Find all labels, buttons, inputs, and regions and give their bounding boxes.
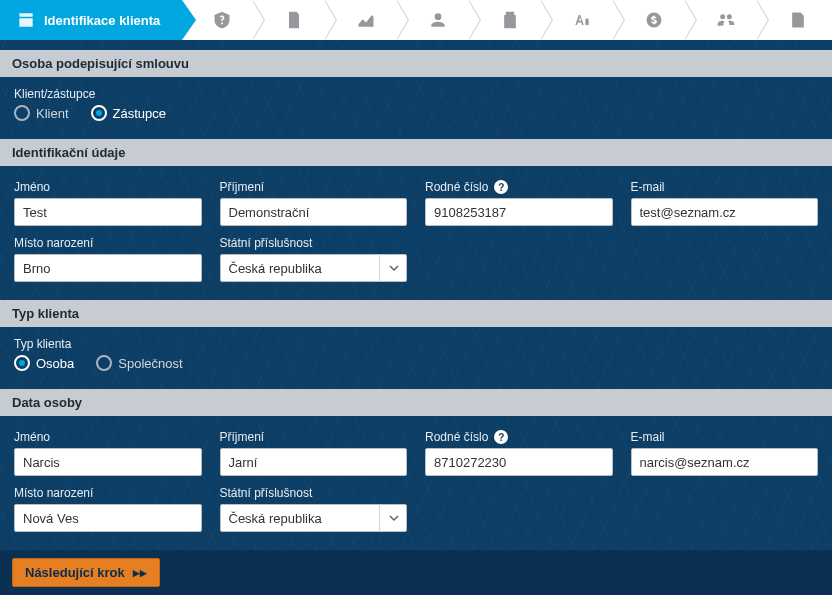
identity-rodne-label: Rodné číslo <box>425 180 488 194</box>
radio-dot-icon <box>96 355 112 371</box>
radio-zastupce[interactable]: Zástupce <box>91 105 166 121</box>
identity-misto-label: Místo narození <box>14 236 202 250</box>
help-icon[interactable]: ? <box>494 180 508 194</box>
person-misto-label: Místo narození <box>14 486 202 500</box>
identity-misto-input[interactable] <box>14 254 202 282</box>
user-icon <box>428 10 448 30</box>
id-card-icon <box>16 10 36 30</box>
radio-spolecnost[interactable]: Společnost <box>96 355 182 371</box>
question-badge-icon <box>212 10 232 30</box>
person-rodne-input[interactable] <box>425 448 613 476</box>
identity-prijmeni-label: Příjmení <box>220 180 408 194</box>
wizard-step-4[interactable] <box>326 0 398 40</box>
wizard-step-8[interactable] <box>614 0 686 40</box>
next-step-label: Následující krok <box>25 565 125 580</box>
money-icon <box>644 10 664 30</box>
signing-radio-group: Klient Zástupce <box>14 105 818 121</box>
wizard-step-identifikace[interactable]: Identifikace klienta <box>0 0 182 40</box>
wizard-step-9[interactable] <box>686 0 758 40</box>
radio-osoba[interactable]: Osoba <box>14 355 74 371</box>
person-jmeno-input[interactable] <box>14 448 202 476</box>
radio-osoba-label: Osoba <box>36 356 74 371</box>
chevron-down-icon[interactable] <box>379 504 407 532</box>
identity-stat-label: Státní příslušnost <box>220 236 408 250</box>
client-type-group-label: Typ klienta <box>14 337 818 351</box>
chevron-down-icon[interactable] <box>379 254 407 282</box>
help-icon[interactable]: ? <box>494 430 508 444</box>
wizard-breadcrumb: Identifikace klienta <box>0 0 832 40</box>
identity-email-input[interactable] <box>631 198 819 226</box>
text-aa-icon <box>572 10 592 30</box>
identity-prijmeni-input[interactable] <box>220 198 408 226</box>
wizard-step-5[interactable] <box>398 0 470 40</box>
section-title-identity: Identifikační údaje <box>0 139 832 166</box>
person-rodne-label: Rodné číslo <box>425 430 488 444</box>
signing-group-label: Klient/zástupce <box>14 87 818 101</box>
radio-dot-icon <box>14 105 30 121</box>
person-misto-input[interactable] <box>14 504 202 532</box>
identity-rodne-input[interactable] <box>425 198 613 226</box>
person-email-label: E-mail <box>631 430 819 444</box>
identity-email-label: E-mail <box>631 180 819 194</box>
section-title-person-data: Data osoby <box>0 389 832 416</box>
radio-spolecnost-label: Společnost <box>118 356 182 371</box>
person-prijmeni-label: Příjmení <box>220 430 408 444</box>
wizard-step-7[interactable] <box>542 0 614 40</box>
radio-dot-icon <box>14 355 30 371</box>
identity-jmeno-input[interactable] <box>14 198 202 226</box>
users-icon <box>716 10 736 30</box>
client-type-radio-group: Osoba Společnost <box>14 355 818 371</box>
document-check-icon <box>284 10 304 30</box>
wizard-active-label: Identifikace klienta <box>44 13 160 28</box>
radio-zastupce-label: Zástupce <box>113 106 166 121</box>
person-email-input[interactable] <box>631 448 819 476</box>
radio-klient[interactable]: Klient <box>14 105 69 121</box>
section-title-signing: Osoba podepisující smlouvu <box>0 50 832 77</box>
wizard-step-10[interactable] <box>758 0 830 40</box>
person-jmeno-label: Jméno <box>14 430 202 444</box>
radio-dot-icon <box>91 105 107 121</box>
identity-jmeno-label: Jméno <box>14 180 202 194</box>
section-title-client-type: Typ klienta <box>0 300 832 327</box>
chevron-double-right-icon: ▸▸ <box>133 566 147 579</box>
person-stat-label: Státní příslušnost <box>220 486 408 500</box>
radio-klient-label: Klient <box>36 106 69 121</box>
wizard-step-6[interactable] <box>470 0 542 40</box>
next-step-button[interactable]: Následující krok ▸▸ <box>12 558 160 587</box>
person-prijmeni-input[interactable] <box>220 448 408 476</box>
chart-growth-icon <box>356 10 376 30</box>
clipboard-icon <box>500 10 520 30</box>
footer-bar: Následující krok ▸▸ <box>0 550 832 595</box>
wizard-step-3[interactable] <box>254 0 326 40</box>
edit-note-icon <box>788 10 808 30</box>
